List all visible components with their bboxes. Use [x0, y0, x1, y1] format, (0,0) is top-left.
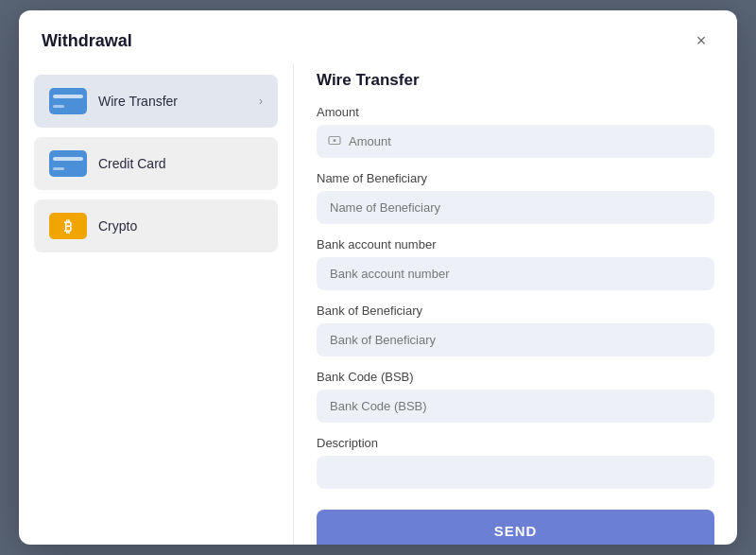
beneficiary-name-field-group: Name of Beneficiary [317, 171, 714, 224]
crypto-icon: ₿ [49, 213, 87, 239]
svg-point-1 [334, 139, 336, 142]
amount-input[interactable] [317, 125, 714, 158]
method-crypto[interactable]: ₿ Crypto [34, 199, 278, 252]
bank-code-field-group: Bank Code (BSB) [317, 370, 714, 423]
bank-beneficiary-field-group: Bank of Beneficiary [317, 304, 714, 356]
beneficiary-name-input[interactable] [317, 191, 714, 224]
method-credit-card[interactable]: Credit Card [34, 137, 278, 190]
modal-header: Withdrawal × [19, 10, 737, 63]
amount-currency-icon [328, 133, 341, 149]
form-content: Wire Transfer Amount Name of Beneficiary [293, 63, 737, 545]
amount-input-wrapper [317, 125, 714, 158]
bank-account-input[interactable] [317, 257, 714, 290]
credit-card-icon [49, 150, 87, 177]
bank-code-label: Bank Code (BSB) [317, 370, 714, 384]
modal-title: Withdrawal [42, 31, 132, 51]
bank-code-input[interactable] [317, 390, 714, 423]
bank-beneficiary-input[interactable] [317, 323, 714, 356]
description-field-group: Description [317, 436, 714, 489]
send-button[interactable]: SEND [317, 510, 714, 545]
payment-method-sidebar: Wire Transfer › Credit Card ₿ Crypto [19, 63, 293, 545]
close-button[interactable]: × [688, 27, 714, 54]
description-label: Description [317, 436, 714, 450]
description-input[interactable] [317, 456, 714, 489]
wire-transfer-arrow-icon: › [259, 95, 263, 108]
bank-account-field-group: Bank account number [317, 237, 714, 290]
method-credit-card-label: Credit Card [98, 156, 263, 171]
amount-label: Amount [317, 105, 714, 119]
beneficiary-name-label: Name of Beneficiary [317, 171, 714, 185]
method-crypto-label: Crypto [98, 218, 263, 234]
form-title: Wire Transfer [317, 71, 714, 90]
modal-body: Wire Transfer › Credit Card ₿ Crypto Wir… [19, 63, 737, 545]
wire-transfer-icon [49, 88, 87, 114]
method-wire-transfer-label: Wire Transfer [98, 94, 248, 109]
bank-account-label: Bank account number [317, 237, 714, 251]
bank-beneficiary-label: Bank of Beneficiary [317, 304, 714, 318]
withdrawal-modal: Withdrawal × Wire Transfer › Credit Card… [19, 10, 737, 545]
bitcoin-symbol: ₿ [64, 218, 72, 234]
amount-field-group: Amount [317, 105, 714, 158]
method-wire-transfer[interactable]: Wire Transfer › [34, 75, 278, 128]
